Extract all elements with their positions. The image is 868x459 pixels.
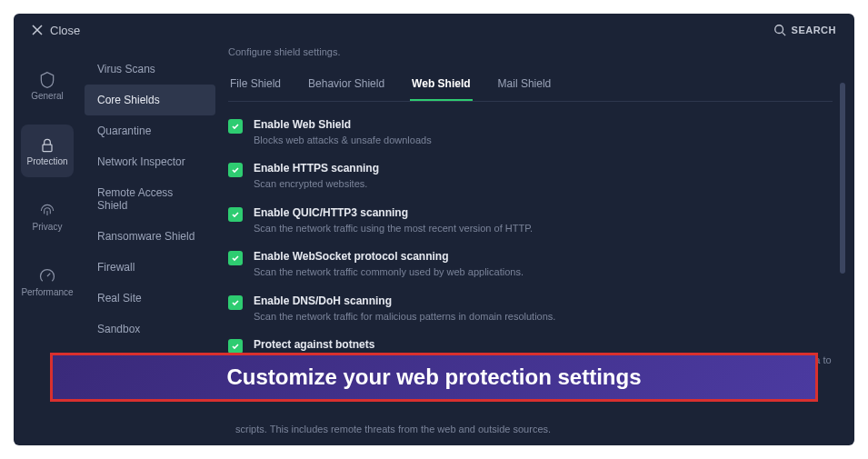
nav-performance-label: Performance [21,287,73,297]
scrollbar-track[interactable] [840,83,845,436]
nav-privacy[interactable]: Privacy [21,190,74,243]
menu-network-inspector[interactable]: Network Inspector [85,146,215,177]
close-label: Close [50,24,80,37]
setting-enable-websocket: Enable WebSocket protocol scanning Scan … [228,250,833,279]
close-button[interactable]: Close [32,24,80,37]
menu-real-site[interactable]: Real Site [85,283,215,314]
titlebar: Close SEARCH [14,14,854,46]
nav-protection[interactable]: Protection [21,125,74,177]
truncated-row-text: scripts. This includes remote threats fr… [235,424,551,434]
setting-title: Enable WebSocket protocol scanning [254,250,833,263]
check-icon [231,165,240,175]
checkbox-https[interactable] [228,163,243,177]
setting-title: Enable DNS/DoH scanning [254,294,833,307]
checkbox-botnets[interactable] [228,339,243,354]
setting-enable-dns: Enable DNS/DoH scanning Scan the network… [228,294,833,324]
checkbox-quic[interactable] [228,207,243,222]
menu-quarantine[interactable]: Quarantine [85,115,215,146]
setting-desc: Scan encrypted websites. [254,177,833,191]
check-icon [231,298,240,307]
setting-desc: Scan the network traffic commonly used b… [254,265,833,279]
menu-ransomware-shield[interactable]: Ransomware Shield [85,221,215,252]
svg-rect-1 [43,145,52,152]
tab-web-shield[interactable]: Web Shield [410,70,472,101]
check-icon [231,122,240,131]
search-icon [773,24,786,36]
check-icon [231,254,240,263]
setting-desc: Blocks web attacks & unsafe downloads [254,134,833,147]
setting-title: Enable Web Shield [254,118,833,131]
setting-title: Protect against botnets [254,338,833,351]
lock-icon [38,136,56,155]
setting-enable-https: Enable HTTPS scanning Scan encrypted web… [228,162,833,191]
checkbox-web-shield[interactable] [228,119,243,134]
setting-enable-quic: Enable QUIC/HTTP3 scanning Scan the netw… [228,206,833,235]
nav-general[interactable]: General [21,59,74,112]
tabs-bar: File Shield Behavior Shield Web Shield M… [228,70,833,102]
tab-mail-shield[interactable]: Mail Shield [496,70,554,101]
check-icon [231,210,240,219]
tab-file-shield[interactable]: File Shield [228,70,283,101]
setting-title: Enable QUIC/HTTP3 scanning [254,206,833,219]
menu-core-shields[interactable]: Core Shields [85,85,215,115]
menu-firewall[interactable]: Firewall [85,252,215,283]
menu-virus-scans[interactable]: Virus Scans [85,54,215,85]
tab-behavior-shield[interactable]: Behavior Shield [306,70,386,101]
setting-title: Enable HTTPS scanning [254,162,833,175]
annotation-banner: Customize your web protection settings [50,353,818,402]
shield-icon [38,71,56,89]
menu-remote-access-shield[interactable]: Remote Access Shield [85,177,215,221]
content-subtitle: Configure shield settings. [228,46,833,57]
setting-desc: Scan the network traffic using the most … [254,222,833,235]
scrollbar-thumb[interactable] [840,83,845,274]
gauge-icon [38,267,56,285]
checkbox-websocket[interactable] [228,251,243,265]
search-label: SEARCH [792,25,836,35]
menu-sandbox[interactable]: Sandbox [85,314,215,344]
setting-enable-web-shield: Enable Web Shield Blocks web attacks & u… [228,118,833,147]
close-icon [32,25,43,35]
svg-point-0 [774,25,783,34]
nav-privacy-label: Privacy [33,222,63,232]
banner-text: Customize your web protection settings [226,364,641,389]
checkbox-dns[interactable] [228,295,243,310]
app-window: Close SEARCH General Protection Privacy … [14,14,854,445]
check-icon [231,342,240,351]
nav-performance[interactable]: Performance [21,255,74,308]
setting-desc: Scan the network traffic for malicious p… [254,310,833,324]
search-button[interactable]: SEARCH [773,24,836,36]
nav-protection-label: Protection [26,156,67,166]
fingerprint-icon [38,202,56,220]
nav-general-label: General [31,91,64,101]
